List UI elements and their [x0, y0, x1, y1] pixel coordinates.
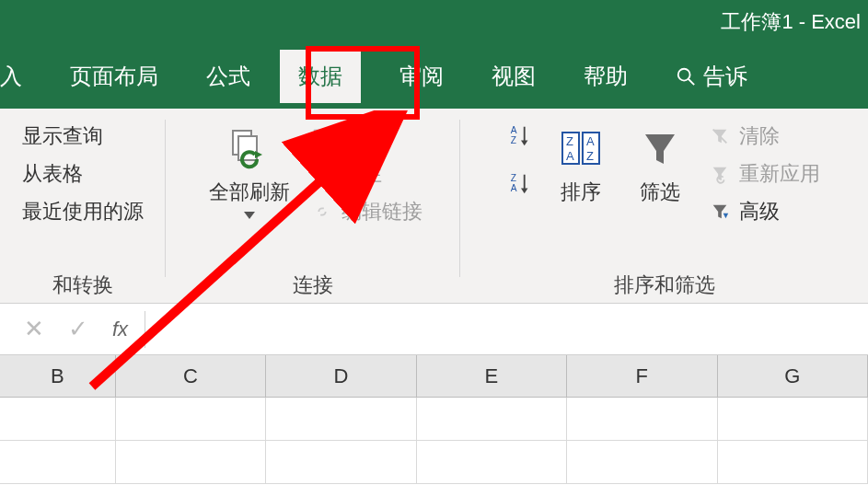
group-connections: 全部刷新 连接 属性: [166, 109, 460, 303]
advanced-label: 高级: [739, 195, 780, 227]
col-header-f[interactable]: F: [567, 355, 717, 397]
col-header-b[interactable]: B: [0, 355, 116, 397]
formula-input[interactable]: [151, 304, 868, 354]
formula-bar-divider: [145, 311, 145, 348]
workbook-title: 工作簿1 - Excel: [721, 8, 861, 36]
svg-text:Z: Z: [586, 149, 594, 163]
grid-cell[interactable]: [266, 441, 416, 484]
refresh-all-button[interactable]: 全部刷新: [203, 120, 295, 223]
grid-cell[interactable]: [417, 398, 567, 441]
dropdown-caret-icon: [244, 212, 255, 219]
svg-rect-10: [316, 167, 330, 180]
edit-links-button: 编辑链接: [310, 195, 422, 227]
svg-point-8: [318, 133, 321, 137]
tab-view[interactable]: 视图: [473, 50, 554, 103]
sort-asc-button[interactable]: A Z: [509, 123, 533, 147]
svg-line-1: [689, 79, 694, 85]
tab-data[interactable]: 数据: [280, 50, 361, 103]
sort-button[interactable]: Z A A Z 排序: [550, 120, 612, 210]
grid-cell[interactable]: [417, 441, 567, 484]
sort-desc-button[interactable]: Z A: [509, 171, 533, 195]
fx-icon[interactable]: fx: [112, 318, 128, 341]
from-table-button[interactable]: 从表格: [22, 157, 83, 190]
grid-cell[interactable]: [718, 441, 868, 484]
group-get-transform-label: 和转换: [52, 271, 113, 299]
grid-cell[interactable]: [567, 441, 717, 484]
connections-button[interactable]: 连接: [310, 120, 382, 152]
grid-cell[interactable]: [266, 398, 416, 441]
tab-tell-me[interactable]: 告诉: [657, 50, 766, 103]
get-transform-stack: 显示查询 从表格 最近使用的源: [22, 120, 144, 228]
grid-cell[interactable]: [718, 398, 868, 441]
grid-row: [0, 398, 868, 441]
title-bar: 工作簿1 - Excel: [0, 0, 868, 44]
edit-links-label: 编辑链接: [341, 195, 422, 227]
connections-icon: [310, 124, 334, 148]
recent-sources-label: 最近使用的源: [22, 195, 144, 227]
properties-icon: [310, 162, 334, 186]
properties-button: 属性: [310, 157, 382, 190]
clear-icon: [708, 124, 732, 148]
cancel-icon[interactable]: ✕: [24, 315, 44, 343]
recent-sources-button[interactable]: 最近使用的源: [22, 195, 144, 227]
svg-point-9: [324, 133, 328, 137]
svg-text:Z: Z: [510, 135, 515, 145]
filter-label: 筛选: [640, 179, 680, 206]
grid-row: [0, 441, 868, 484]
svg-marker-6: [255, 151, 262, 158]
clear-label: 清除: [739, 120, 780, 152]
formula-bar: ✕ ✓ fx: [0, 304, 868, 355]
grid-cell[interactable]: [116, 398, 266, 441]
svg-marker-15: [521, 141, 527, 146]
ribbon: 显示查询 从表格 最近使用的源 和转换: [0, 109, 868, 304]
advanced-icon: [708, 200, 732, 224]
svg-point-0: [678, 69, 690, 81]
filter-extra-stack: 清除 重新应用 高级: [708, 120, 820, 228]
grid-cell[interactable]: [0, 441, 116, 484]
grid-cell[interactable]: [116, 441, 266, 484]
column-headers: B C D E F G: [0, 355, 868, 398]
tab-review[interactable]: 审阅: [381, 50, 462, 103]
svg-marker-31: [723, 214, 728, 219]
svg-text:A: A: [586, 134, 595, 148]
tab-insert[interactable]: 入: [0, 50, 41, 103]
group-get-transform: 显示查询 从表格 最近使用的源 和转换: [0, 109, 166, 303]
reapply-label: 重新应用: [739, 157, 820, 190]
svg-text:A: A: [510, 183, 516, 193]
connections-label: 连接: [341, 120, 382, 152]
sort-icon: Z A A Z: [555, 123, 607, 175]
svg-marker-26: [645, 134, 675, 164]
filter-button[interactable]: 筛选: [629, 120, 691, 210]
refresh-icon: [224, 123, 275, 175]
from-table-label: 从表格: [22, 157, 83, 190]
svg-marker-29: [712, 167, 726, 180]
ribbon-tab-bar: 入 页面布局 公式 数据 审阅 视图 帮助 告诉: [0, 44, 868, 109]
group-sort-filter: A Z Z A: [460, 109, 868, 303]
tab-help[interactable]: 帮助: [565, 50, 646, 103]
svg-text:Z: Z: [510, 173, 515, 183]
svg-text:A: A: [510, 125, 516, 135]
tab-formulas[interactable]: 公式: [188, 50, 269, 103]
grid-cell[interactable]: [567, 398, 717, 441]
col-header-d[interactable]: D: [266, 355, 416, 397]
grid-cell[interactable]: [0, 398, 116, 441]
enter-icon[interactable]: ✓: [68, 315, 88, 343]
col-header-g[interactable]: G: [718, 355, 868, 397]
search-icon: [676, 66, 696, 87]
show-queries-button[interactable]: 显示查询: [22, 120, 103, 152]
funnel-icon: [634, 123, 686, 175]
svg-rect-7: [315, 130, 330, 140]
connections-stack: 连接 属性 编辑链接: [310, 120, 422, 228]
tab-page-layout[interactable]: 页面布局: [52, 50, 177, 103]
tell-me-label: 告诉: [703, 62, 747, 91]
advanced-button[interactable]: 高级: [708, 195, 780, 227]
col-header-e[interactable]: E: [417, 355, 567, 397]
reapply-button: 重新应用: [708, 157, 820, 190]
edit-links-icon: [310, 200, 334, 224]
sort-label: 排序: [561, 179, 601, 206]
reapply-icon: [708, 162, 732, 186]
svg-text:Z: Z: [566, 134, 573, 148]
spreadsheet-grid: [0, 398, 868, 484]
svg-marker-19: [521, 189, 527, 194]
col-header-c[interactable]: C: [116, 355, 266, 397]
